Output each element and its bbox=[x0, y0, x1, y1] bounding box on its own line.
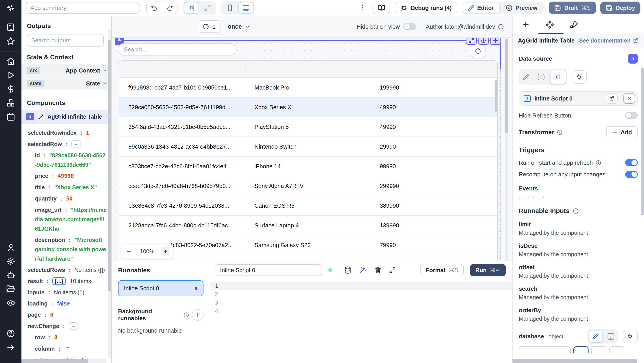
undo-button[interactable] bbox=[147, 2, 162, 14]
hide-bar-toggle[interactable] bbox=[404, 23, 416, 30]
desktop-view-button[interactable] bbox=[238, 2, 254, 14]
code-line[interactable]: 1 bbox=[210, 281, 512, 290]
output-tree-row[interactable]: result : [...] 10 items bbox=[27, 275, 107, 287]
output-tree-row[interactable]: description : "Microsoft gaming console … bbox=[27, 234, 107, 264]
users-icon[interactable] bbox=[4, 243, 18, 252]
deploy-button[interactable]: Deploy bbox=[600, 2, 640, 14]
add-transformer-button[interactable]: Add bbox=[606, 126, 638, 138]
expand-component-button[interactable] bbox=[466, 38, 477, 45]
refresh-mode-dropdown[interactable]: once bbox=[228, 23, 251, 30]
schedules-icon[interactable] bbox=[4, 112, 18, 122]
output-tree-row[interactable]: id : "829ca080-5630-4562-9d5e-7611199dc6… bbox=[27, 150, 107, 170]
table-row[interactable]: 829ca080-5630-4562-9d5e-7611199d... Xbox… bbox=[120, 98, 497, 117]
open-script-button[interactable] bbox=[606, 93, 618, 104]
context-row[interactable]: ctx App Context bbox=[22, 65, 112, 77]
database-icon[interactable] bbox=[344, 266, 352, 274]
add-background-runnable-button[interactable] bbox=[192, 309, 204, 321]
database-connect-kind-icon[interactable] bbox=[622, 330, 638, 343]
styling-tab-icon[interactable] bbox=[570, 20, 578, 29]
static-input-kind-icon[interactable] bbox=[520, 72, 532, 82]
output-tree-row[interactable]: selectedRows : No items ([]) bbox=[27, 264, 107, 275]
info-icon[interactable] bbox=[183, 312, 189, 318]
output-tree-row[interactable]: quantity : 50 bbox=[27, 193, 107, 204]
column-header[interactable] bbox=[120, 61, 246, 78]
output-tree-row[interactable]: selectedRowIndex : 1 bbox=[27, 127, 107, 139]
output-tree-row[interactable]: selectedRow : − bbox=[27, 139, 107, 150]
code-line[interactable]: 4 bbox=[210, 307, 512, 315]
connect-input-kind-icon[interactable] bbox=[572, 70, 587, 84]
output-tree-row[interactable]: image_url : "https://m.media-amazon.com/… bbox=[27, 204, 107, 234]
redo-button[interactable] bbox=[162, 2, 177, 14]
mobile-view-button[interactable] bbox=[222, 2, 238, 14]
code-line[interactable]: 3 bbox=[210, 298, 512, 307]
tab-editor[interactable]: Editor bbox=[462, 3, 499, 13]
move-component-button[interactable] bbox=[490, 38, 501, 45]
help-icon[interactable] bbox=[4, 328, 18, 338]
script-name-input[interactable] bbox=[216, 264, 322, 276]
output-tree-row[interactable]: page : 0 bbox=[27, 309, 107, 320]
database-template-kind-icon[interactable]: ƒ bbox=[605, 331, 617, 342]
insert-component-tab-icon[interactable] bbox=[522, 20, 530, 29]
sql-code-editor[interactable]: 1 2 3 4 bbox=[210, 279, 512, 363]
output-tree-row[interactable]: loading : false bbox=[27, 298, 107, 309]
table-row[interactable]: f991898d-cb27-4ac7-b10c-0b9050ce1... Mac… bbox=[120, 78, 497, 98]
resources-icon[interactable] bbox=[4, 98, 18, 108]
column-header[interactable] bbox=[371, 61, 497, 78]
app-summary-input[interactable] bbox=[26, 2, 140, 14]
collapse-sidebar-icon[interactable] bbox=[4, 342, 18, 352]
template-input-kind-icon[interactable]: ƒ bbox=[535, 72, 547, 82]
settings-scrollbar-thumb[interactable] bbox=[641, 68, 644, 215]
recompute-toggle[interactable] bbox=[625, 171, 638, 178]
expand-editor-icon[interactable] bbox=[389, 267, 396, 273]
database-resource-button-active[interactable] bbox=[573, 346, 588, 353]
database-resource-button[interactable] bbox=[591, 346, 606, 353]
zoom-out-button[interactable]: − bbox=[124, 247, 133, 256]
column-header[interactable] bbox=[246, 61, 371, 78]
output-tree-row[interactable]: inputs : No items ([]) bbox=[27, 287, 107, 298]
table-row[interactable]: 354f6afd-43ac-4321-b1bc-0b5e5adcb... Pla… bbox=[120, 117, 497, 137]
refresh-count-button[interactable]: 1 bbox=[198, 20, 220, 33]
table-row[interactable]: 4c83-8022-5e70a07a2... Samsung Galaxy S2… bbox=[120, 235, 497, 255]
info-icon[interactable] bbox=[596, 160, 601, 166]
see-documentation-link[interactable]: See documentation bbox=[579, 37, 639, 44]
event-pill[interactable] bbox=[533, 196, 544, 199]
folders-icon[interactable] bbox=[4, 284, 18, 294]
ai-assistant-icon[interactable] bbox=[4, 270, 18, 280]
detach-script-button[interactable] bbox=[624, 93, 635, 104]
table-row[interactable]: c303bce7-cb2e-42c6-8fdf-6aa01fc4e4... iP… bbox=[120, 157, 497, 176]
info-icon[interactable] bbox=[557, 129, 562, 135]
tab-preview[interactable]: Preview bbox=[500, 3, 543, 13]
settings-hscrollbar[interactable] bbox=[512, 359, 637, 363]
table-row[interactable]: 2128adca-7fc6-44bd-800c-dc115df6ac... Su… bbox=[120, 216, 497, 235]
output-tree-row[interactable]: row : 0 bbox=[27, 332, 107, 343]
more-menu-button[interactable] bbox=[358, 4, 367, 12]
output-tree-row[interactable]: title : "Xbox Series X" bbox=[27, 182, 107, 193]
attached-script-chip[interactable]: ƒ Inline Script 0 bbox=[519, 91, 638, 106]
component-outputs-header[interactable]: a AgGrid Infinite Table bbox=[22, 110, 112, 124]
database-static-kind-icon[interactable] bbox=[589, 330, 602, 342]
component-settings-tab-icon[interactable] bbox=[545, 20, 554, 30]
search-outputs-input[interactable] bbox=[27, 34, 104, 47]
rename-component-icon[interactable] bbox=[37, 113, 45, 121]
variables-icon[interactable] bbox=[4, 84, 18, 94]
table-scrollbar-thumb[interactable] bbox=[495, 80, 497, 112]
context-row[interactable]: state State bbox=[22, 78, 112, 90]
windmill-logo[interactable] bbox=[0, 0, 22, 16]
ai-wand-icon[interactable] bbox=[359, 266, 367, 274]
output-tree-row[interactable]: column : "" bbox=[27, 343, 107, 354]
database-resource-input[interactable] bbox=[519, 346, 571, 353]
workspace-icon[interactable] bbox=[4, 22, 18, 32]
event-pill[interactable] bbox=[519, 196, 530, 199]
table-row[interactable]: ccee43dc-27e0-40a8-b768-b09579b0... Sony… bbox=[120, 176, 497, 196]
fullwidth-button[interactable] bbox=[200, 2, 215, 14]
favorites-icon[interactable] bbox=[4, 36, 18, 46]
info-icon[interactable] bbox=[573, 208, 579, 214]
draft-button[interactable]: Draft ⌘S bbox=[549, 2, 596, 14]
run-on-start-toggle[interactable] bbox=[625, 159, 638, 166]
table-row[interactable]: 89c0a336-1343-4812-ac34-e4bb8e27... Nint… bbox=[120, 137, 497, 157]
outputs-scrollbar-track[interactable] bbox=[108, 30, 111, 358]
delete-script-icon[interactable] bbox=[374, 266, 382, 274]
runnable-inline-script[interactable]: Inline Script 0 a bbox=[118, 280, 204, 296]
info-icon[interactable] bbox=[498, 24, 504, 30]
debug-runs-button[interactable]: Debug runs (4) bbox=[395, 2, 457, 14]
